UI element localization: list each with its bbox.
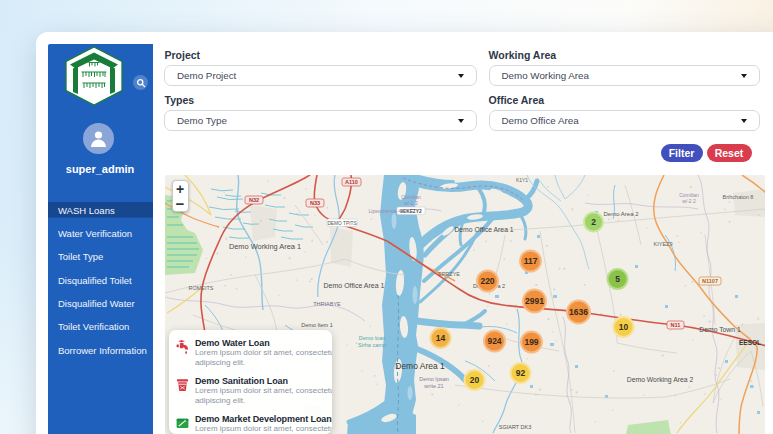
svg-text:KIYEZ9: KIYEZ9 <box>653 241 672 247</box>
svg-text:N11: N11 <box>670 322 680 328</box>
svg-text:N32: N32 <box>248 197 258 203</box>
svg-text:Brihchaton 8: Brihchaton 8 <box>722 194 753 200</box>
svg-text:EPRZYE: EPRZYE <box>437 271 459 277</box>
svg-text:2: 2 <box>591 217 596 227</box>
svg-text:1636: 1636 <box>569 307 588 317</box>
svg-text:Demo Working Area 2: Demo Working Area 2 <box>626 376 693 384</box>
svg-text:A110: A110 <box>345 179 358 185</box>
svg-text:K1Y1: K1Y1 <box>515 177 527 183</box>
svg-text:w/-2 2: w/-2 2 <box>404 200 418 206</box>
svg-text:220: 220 <box>480 276 494 286</box>
svg-text:5: 5 <box>615 274 620 284</box>
svg-text:w/-2 2: w/-2 2 <box>682 198 696 204</box>
svg-text:117: 117 <box>523 256 537 266</box>
svg-text:92: 92 <box>515 368 525 378</box>
svg-text:Demo Town 1: Demo Town 1 <box>699 326 741 333</box>
svg-text:ROMEITS: ROMEITS <box>188 285 213 291</box>
svg-text:Demo Area 2: Demo Area 2 <box>603 211 639 217</box>
svg-text:14: 14 <box>435 333 445 343</box>
svg-text:10: 10 <box>618 322 628 332</box>
svg-text:Demo loan: Demo loan <box>358 335 385 341</box>
svg-text:N1107: N1107 <box>702 278 718 284</box>
svg-text:Demo Working Area 1: Demo Working Area 1 <box>228 242 300 251</box>
svg-text:924: 924 <box>487 336 501 346</box>
svg-text:write 21: write 21 <box>423 383 443 389</box>
svg-text:SGIART DK3: SGIART DK3 <box>498 424 531 430</box>
svg-text:Demo Item 1: Demo Item 1 <box>301 322 332 328</box>
svg-text:Demo Ipsan: Demo Ipsan <box>419 376 449 382</box>
svg-text:Demo Office Area 1: Demo Office Area 1 <box>323 282 384 289</box>
svg-text:N33: N33 <box>309 200 319 206</box>
svg-text:EESOL: EESOL <box>738 339 760 346</box>
svg-text:199: 199 <box>524 337 538 347</box>
svg-text:Demo Office Area 1: Demo Office Area 1 <box>454 226 513 233</box>
svg-text:Demo Area 1: Demo Area 1 <box>395 361 445 371</box>
svg-text:THRIABYE: THRIABYE <box>313 301 341 307</box>
svg-text:20: 20 <box>469 375 479 385</box>
svg-text:2991: 2991 <box>525 296 544 306</box>
svg-text:Sirha camp: Sirha camp <box>358 342 386 348</box>
svg-text:Lipeoshersia 4-2: Lipeoshersia 4-2 <box>368 208 405 214</box>
svg-text:DEMO TPITS: DEMO TPITS <box>327 221 356 226</box>
